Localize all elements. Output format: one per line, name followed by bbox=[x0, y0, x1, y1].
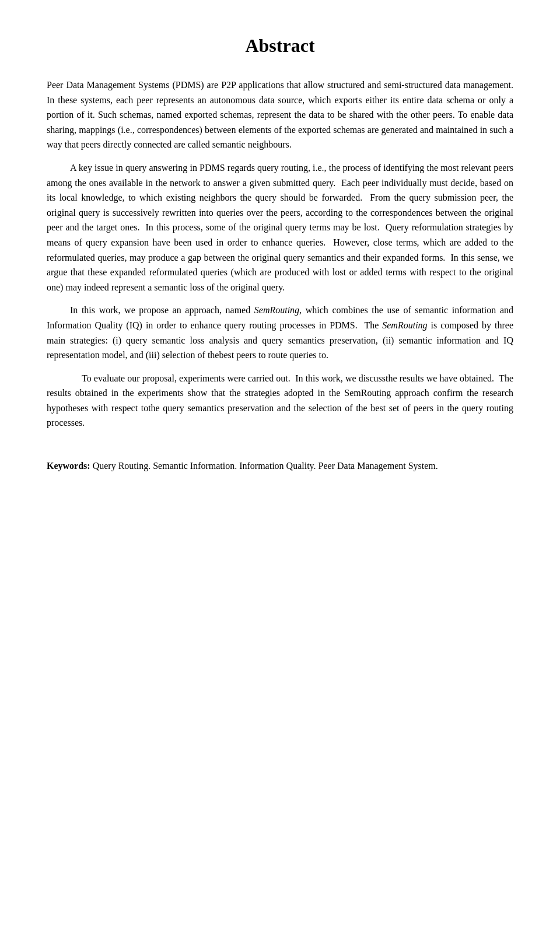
semrouting-italic-2: SemRouting bbox=[382, 320, 427, 330]
paragraph-1: Peer Data Management Systems (PDMS) are … bbox=[47, 78, 513, 152]
keywords-label: Keywords: bbox=[47, 461, 90, 471]
page: Abstract Peer Data Management Systems (P… bbox=[0, 0, 560, 935]
keywords-text: Query Routing. Semantic Information. Inf… bbox=[90, 461, 438, 471]
semrouting-italic-1: SemRouting bbox=[254, 305, 299, 315]
keywords-section: Keywords: Query Routing. Semantic Inform… bbox=[47, 458, 513, 474]
paragraph-4: To evaluate our proposal, experiments we… bbox=[47, 371, 513, 430]
abstract-title: Abstract bbox=[47, 35, 513, 57]
abstract-body: Peer Data Management Systems (PDMS) are … bbox=[47, 78, 513, 430]
paragraph-2: A key issue in query answering in PDMS r… bbox=[47, 160, 513, 295]
paragraph-3: In this work, we propose an approach, na… bbox=[47, 303, 513, 362]
